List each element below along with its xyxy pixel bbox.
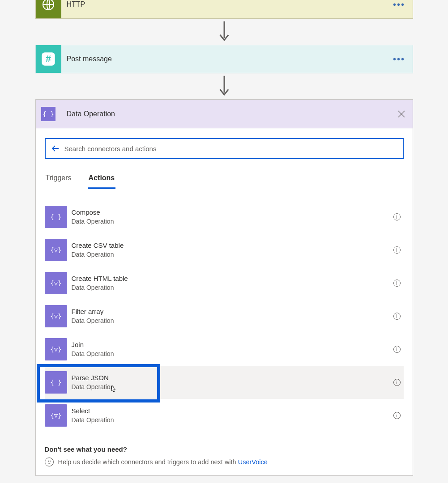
action-compose[interactable]: { } Compose Data Operation i [45,200,404,233]
ellipsis-icon[interactable]: ••• [386,54,413,64]
picker-header: { } Data Operation [36,100,413,128]
data-operation-icon: { } [36,100,61,128]
action-picker: { } Data Operation [35,99,413,476]
svg-text:{ }: { } [43,110,54,118]
step-http-title: HTTP [61,0,386,8]
action-join[interactable]: {▽} Join Data Operation i [45,333,404,366]
svg-text:#: # [46,54,51,64]
svg-text:{ }: { } [50,379,61,386]
info-icon[interactable]: i [390,280,404,287]
picker-title: Data Operation [61,110,390,118]
footer-text: Help us decide which connectors and trig… [58,458,236,466]
data-operation-icon: { } [45,371,67,394]
search-input[interactable] [62,145,399,153]
flow-arrow [35,19,413,45]
action-name: Select [72,407,390,415]
tab-triggers[interactable]: Triggers [45,171,73,188]
action-create-html-table[interactable]: {▽} Create HTML table Data Operation i [45,267,404,300]
action-name: Filter array [72,307,390,316]
hash-icon: # [36,45,61,73]
action-list: { } Compose Data Operation i {▽} Create … [45,200,404,432]
data-operation-icon: {▽} [45,305,67,327]
svg-text:{▽}: {▽} [50,412,61,419]
action-parse-json[interactable]: { } Parse JSON Data Operation i [45,366,404,399]
action-create-csv-table[interactable]: {▽} Create CSV table Data Operation i [45,233,404,267]
picker-footer: Don't see what you need? Help us decide … [45,445,404,471]
info-icon[interactable]: i [390,313,404,320]
action-sub: Data Operation [72,416,390,424]
smiley-icon [45,458,54,466]
data-operation-icon: {▽} [45,338,67,360]
action-name: Parse JSON [72,373,390,382]
search-box [45,138,404,159]
step-http[interactable]: HTTP ••• [35,0,413,19]
action-sub: Data Operation [72,350,390,358]
svg-text:{▽}: {▽} [50,346,61,353]
data-operation-icon: {▽} [45,272,67,294]
svg-text:{▽}: {▽} [50,246,61,254]
data-operation-icon: { } [45,206,67,228]
tab-actions[interactable]: Actions [88,171,116,188]
svg-text:{▽}: {▽} [50,313,61,320]
action-sub: Data Operation [72,250,390,259]
tab-row: Triggers Actions [45,171,404,189]
info-icon[interactable]: i [390,246,404,254]
svg-point-19 [50,461,50,461]
action-sub: Data Operation [72,317,390,325]
info-icon[interactable]: i [390,346,404,353]
info-icon[interactable]: i [390,213,404,220]
action-filter-array[interactable]: {▽} Filter array Data Operation i [45,300,404,333]
action-name: Create CSV table [72,241,390,250]
flow-arrow [35,73,413,99]
info-icon[interactable]: i [390,379,404,386]
svg-point-18 [48,461,48,461]
step-post-title: Post message [61,55,386,63]
action-sub: Data Operation [72,217,390,226]
data-operation-icon: {▽} [45,404,67,427]
footer-heading: Don't see what you need? [45,445,404,453]
action-sub: Data Operation [72,383,390,391]
back-arrow-icon[interactable] [49,142,62,155]
action-sub: Data Operation [72,284,390,292]
step-post-message[interactable]: # Post message ••• [35,45,413,73]
action-name: Join [72,340,390,349]
data-operation-icon: {▽} [45,239,67,261]
action-name: Create HTML table [72,274,390,283]
uservoice-link[interactable]: UserVoice [238,458,268,466]
action-select[interactable]: {▽} Select Data Operation i [45,399,404,432]
info-icon[interactable]: i [390,412,404,419]
svg-text:{ }: { } [50,213,61,220]
action-name: Compose [72,208,390,217]
close-icon[interactable] [390,110,413,118]
globe-icon [36,0,61,18]
ellipsis-icon[interactable]: ••• [386,0,413,10]
svg-text:{▽}: {▽} [50,280,61,287]
